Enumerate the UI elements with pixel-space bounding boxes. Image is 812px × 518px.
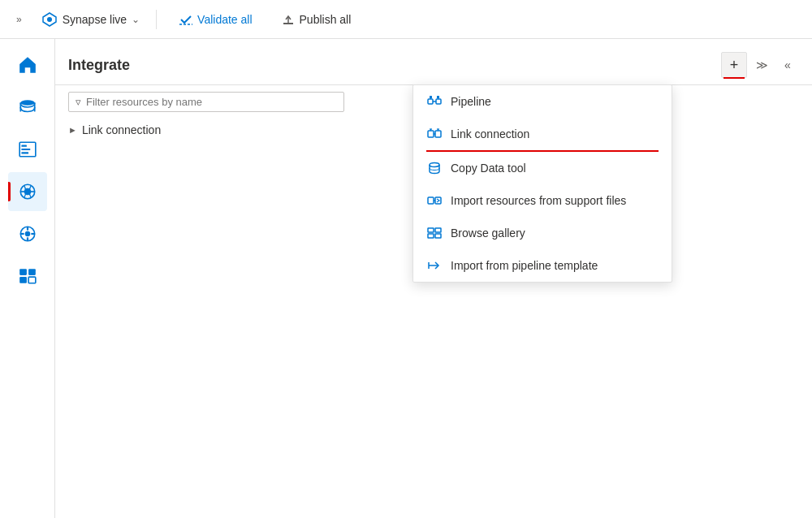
monitor-icon [18,224,37,244]
panel-title: Integrate [68,57,715,74]
dropdown-item-import-template[interactable]: Import from pipeline template [413,249,672,282]
publish-label: Publish all [300,13,352,26]
dropdown-item-link-connection[interactable]: Link connection [413,118,672,150]
tree-item-label: Link connection [82,123,161,136]
browse-gallery-icon [426,225,443,241]
svg-rect-19 [19,269,27,275]
workspace-label: Synapse live [63,13,127,26]
dropdown-item-import-template-label: Import from pipeline template [451,259,598,272]
main-layout: Integrate + ≫ « ▿ ► Link connection [0,39,812,518]
sidebar-item-home[interactable] [8,45,47,84]
panel-header-actions: + ≫ « [721,52,799,78]
svg-rect-22 [28,277,36,283]
content-area: Integrate + ≫ « ▿ ► Link connection [55,39,812,518]
svg-rect-44 [435,234,441,238]
svg-rect-31 [435,131,441,137]
svg-point-5 [20,100,34,106]
tree-chevron-icon: ► [68,125,77,135]
link-connection-icon [426,126,443,142]
filter-input-wrap: ▿ [68,92,344,112]
validate-all-button[interactable]: Validate all [173,10,258,29]
sidebar [0,39,55,518]
dropdown-item-browse-gallery[interactable]: Browse gallery [413,217,672,249]
synapse-icon [41,11,58,28]
add-resource-button[interactable]: + [721,52,747,78]
sidebar-item-data[interactable] [8,88,47,127]
dropdown-item-import-resources[interactable]: Import resources from support files [413,184,672,217]
svg-rect-30 [428,131,434,137]
workspace-chevron-icon[interactable]: ⌄ [132,14,140,25]
integrate-icon [18,182,37,201]
svg-rect-8 [21,149,30,150]
data-icon [18,97,37,117]
publish-icon [282,13,295,26]
dropdown-item-link-connection-label: Link connection [451,127,529,140]
svg-rect-42 [435,228,441,232]
dropdown-item-copy-data[interactable]: Copy Data tool [413,152,672,184]
sidebar-item-develop[interactable] [8,130,47,169]
svg-rect-24 [436,99,441,104]
publish-all-button[interactable]: Publish all [275,10,358,29]
pipeline-icon [426,93,443,110]
dropdown-item-pipeline[interactable]: Pipeline [413,85,672,118]
manage-icon [18,266,37,286]
import-resources-icon [426,192,443,209]
svg-rect-7 [21,145,27,147]
validate-icon [179,13,192,26]
sidebar-item-integrate[interactable] [8,172,47,211]
home-icon [18,55,37,75]
svg-point-1 [47,17,52,22]
validate-label: Validate all [197,13,252,26]
sort-button[interactable]: ≫ [750,54,773,76]
svg-rect-9 [21,152,28,153]
filter-icon: ▿ [76,96,81,108]
add-btn-underline [723,77,745,79]
copy-data-icon [426,160,443,176]
svg-rect-20 [28,269,36,275]
svg-rect-43 [428,234,434,238]
expand-sidebar-button[interactable]: » [13,11,25,28]
svg-rect-3 [283,23,293,24]
dropdown-item-pipeline-label: Pipeline [451,95,491,108]
filter-input[interactable] [86,96,337,108]
top-bar: » Synapse live ⌄ Validate all Publish al… [0,0,812,39]
import-template-icon [426,257,443,274]
workspace-selector[interactable]: Synapse live ⌄ [41,11,140,28]
svg-rect-21 [19,277,27,283]
svg-rect-41 [428,228,434,232]
svg-rect-26 [430,96,432,98]
svg-rect-23 [428,99,433,104]
svg-point-37 [430,163,439,167]
svg-rect-27 [437,96,439,98]
dropdown-item-copy-data-label: Copy Data tool [451,162,526,175]
sidebar-item-monitor[interactable] [8,214,47,253]
sidebar-item-manage[interactable] [8,257,47,296]
svg-point-14 [24,231,30,237]
dropdown-item-import-resources-label: Import resources from support files [451,194,626,207]
collapse-button[interactable]: « [776,54,799,76]
active-indicator [8,182,11,201]
develop-icon [18,140,37,159]
panel-header: Integrate + ≫ « [55,39,812,85]
svg-rect-38 [428,197,434,204]
dropdown-menu: Pipeline Link connection [412,84,672,283]
dropdown-item-browse-gallery-label: Browse gallery [451,227,525,240]
top-bar-divider [156,10,157,29]
